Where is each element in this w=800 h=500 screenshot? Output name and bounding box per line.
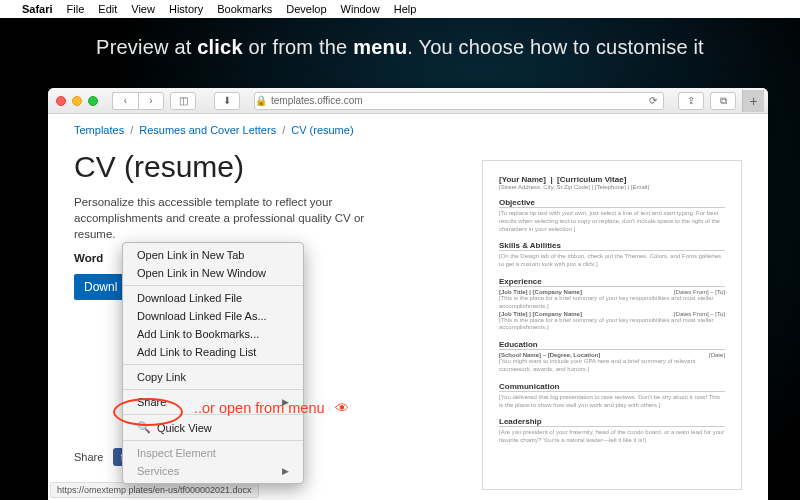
preview-contact: [Street Address, City, St Zip Code] | [T… (499, 184, 725, 190)
preview-sec-objective: Objective (499, 198, 725, 208)
nav-back-forward[interactable]: ‹ › (112, 92, 164, 110)
new-tab-button[interactable]: + (742, 90, 764, 112)
close-window-button[interactable] (56, 96, 66, 106)
forward-button[interactable]: › (138, 92, 164, 110)
preview-sec-communication: Communication (499, 382, 725, 392)
template-description: Personalize this accessible template to … (74, 194, 374, 242)
reload-icon[interactable]: ⟳ (649, 95, 657, 106)
ctx-add-link-bookmarks[interactable]: Add Link to Bookmarks... (123, 325, 303, 343)
macos-menubar[interactable]: Safari File Edit View History Bookmarks … (0, 0, 800, 18)
safari-titlebar[interactable]: ‹ › ◫ ⬇ 🔒 templates.office.com ⟳ ⇪ ⧉ + (48, 88, 768, 114)
preview-sec-experience: Experience (499, 277, 725, 287)
preview-job1-text: [This is the place for a brief summary o… (499, 295, 725, 311)
minimize-window-button[interactable] (72, 96, 82, 106)
menu-window[interactable]: Window (341, 3, 380, 15)
chevron-right-icon: ▶ (282, 466, 289, 476)
lock-icon: 🔒 (255, 95, 267, 106)
context-menu[interactable]: Open Link in New Tab Open Link in New Wi… (122, 242, 304, 484)
ctx-open-new-tab[interactable]: Open Link in New Tab (123, 246, 303, 264)
ctx-quick-view[interactable]: 🔍Quick View (123, 418, 303, 437)
ctx-add-link-reading-list[interactable]: Add Link to Reading List (123, 343, 303, 361)
crumb-templates[interactable]: Templates (74, 124, 124, 136)
back-button[interactable]: ‹ (112, 92, 138, 110)
preview-sec-education: Education (499, 340, 725, 350)
ctx-download-linked-file[interactable]: Download Linked File (123, 289, 303, 307)
preview-sec-leadership: Leadership (499, 417, 725, 427)
ctx-inspect-element[interactable]: Inspect Element (123, 444, 303, 462)
menu-view[interactable]: View (131, 3, 155, 15)
menu-edit[interactable]: Edit (98, 3, 117, 15)
menu-develop[interactable]: Develop (286, 3, 326, 15)
preview-lead-text: [Are you president of your fraternity, h… (499, 429, 725, 445)
url-host: templates.office.com (271, 95, 363, 106)
eye-icon: 👁 (335, 400, 349, 416)
template-preview: [Your Name] | [Curriculum Vitae] [Street… (482, 160, 742, 490)
menu-history[interactable]: History (169, 3, 203, 15)
sidebar-button[interactable]: ◫ (170, 92, 196, 110)
ctx-copy-link[interactable]: Copy Link (123, 368, 303, 386)
promo-headline: Preview at click or from the menu. You c… (0, 36, 800, 59)
annotation-text: ..or open from menu 👁 (194, 400, 349, 416)
preview-comm-text: [You delivered that big presentation to … (499, 394, 725, 410)
zoom-window-button[interactable] (88, 96, 98, 106)
preview-name: [Your Name] | [Curriculum Vitae] (499, 175, 725, 184)
preview-objective-text: [To replace tip text with your own, just… (499, 210, 725, 233)
preview-skills-text: [On the Design tab of the ribbon, check … (499, 253, 725, 269)
share-label: Share (74, 451, 103, 463)
ctx-download-linked-file-as[interactable]: Download Linked File As... (123, 307, 303, 325)
share-toolbar-button[interactable]: ⇪ (678, 92, 704, 110)
preview-sec-skills: Skills & Abilities (499, 241, 725, 251)
ctx-open-new-window[interactable]: Open Link in New Window (123, 264, 303, 282)
downloads-button[interactable]: ⬇ (214, 92, 240, 110)
menu-help[interactable]: Help (394, 3, 417, 15)
breadcrumb: Templates/ Resumes and Cover Letters/ CV… (74, 124, 742, 136)
preview-job2-text: [This is the place for a brief summary o… (499, 317, 725, 333)
crumb-resumes[interactable]: Resumes and Cover Letters (139, 124, 276, 136)
tabs-overview-button[interactable]: ⧉ (710, 92, 736, 110)
preview-edu-text: [You might want to include your GPA here… (499, 358, 725, 374)
address-bar[interactable]: 🔒 templates.office.com ⟳ (254, 92, 664, 110)
crumb-current: CV (resume) (291, 124, 353, 136)
status-bar-url: https://omextemp plates/en-us/tf00000202… (50, 482, 259, 498)
magnifier-icon: 🔍 (137, 421, 151, 434)
window-controls[interactable] (56, 96, 98, 106)
menu-bookmarks[interactable]: Bookmarks (217, 3, 272, 15)
app-menu[interactable]: Safari (22, 3, 53, 15)
ctx-services-submenu[interactable]: Services▶ (123, 462, 303, 480)
menu-file[interactable]: File (67, 3, 85, 15)
